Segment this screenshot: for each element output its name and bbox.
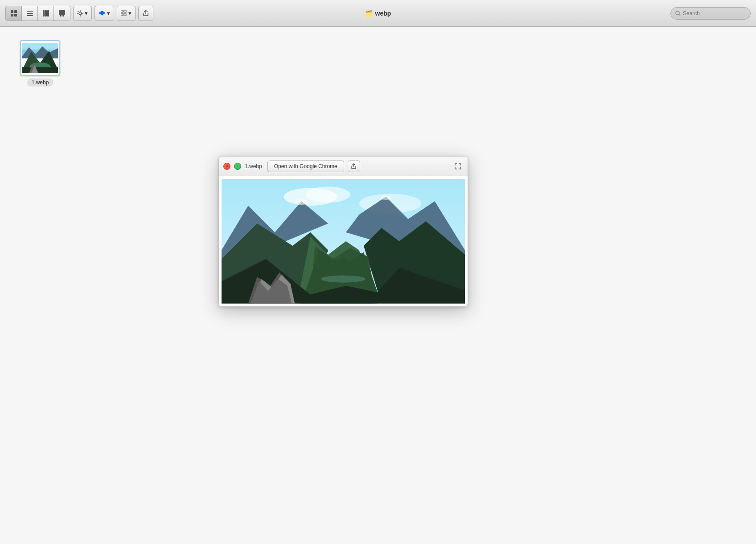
- svg-rect-23: [121, 10, 123, 12]
- svg-rect-25: [121, 13, 123, 16]
- thumbnail-image: [22, 43, 58, 73]
- share-toolbar-button[interactable]: [138, 6, 153, 21]
- svg-rect-35: [22, 67, 58, 73]
- search-icon: [675, 11, 681, 16]
- svg-rect-10: [59, 10, 65, 15]
- open-with-chrome-button[interactable]: Open with Google Chrome: [267, 161, 344, 172]
- svg-point-40: [306, 186, 350, 202]
- svg-rect-5: [27, 13, 33, 14]
- svg-rect-26: [124, 13, 126, 16]
- view-list-btn[interactable]: [22, 6, 38, 21]
- view-cover-btn[interactable]: [54, 6, 70, 21]
- expand-icon: +: [237, 164, 239, 168]
- list-icon: [26, 10, 33, 17]
- file-label: 1.webp: [27, 78, 53, 87]
- svg-point-27: [676, 11, 679, 15]
- share-icon: [351, 163, 357, 169]
- svg-rect-12: [62, 15, 64, 16]
- svg-rect-4: [27, 11, 33, 12]
- svg-rect-17: [82, 13, 83, 14]
- svg-point-55: [295, 199, 308, 205]
- search-input[interactable]: [683, 10, 745, 16]
- file-item[interactable]: 1.webp: [18, 40, 62, 87]
- svg-rect-16: [77, 13, 78, 14]
- svg-rect-18: [78, 11, 79, 12]
- svg-rect-0: [11, 10, 13, 13]
- landscape-svg: [222, 179, 465, 304]
- svg-line-28: [679, 14, 680, 16]
- preview-share-button[interactable]: [348, 161, 360, 172]
- svg-rect-30: [22, 43, 58, 49]
- fullscreen-icon: [455, 163, 461, 169]
- preview-image-container: [219, 176, 468, 306]
- arrange-chevron: ▾: [128, 10, 131, 16]
- svg-point-13: [79, 12, 82, 15]
- toolbar: 🗂️ webp: [0, 0, 756, 27]
- svg-rect-8: [45, 10, 47, 16]
- action-btn-chevron: ▾: [85, 10, 88, 16]
- svg-rect-24: [124, 10, 126, 12]
- svg-rect-7: [43, 10, 45, 16]
- preview-fullscreen-button[interactable]: [452, 161, 463, 172]
- view-icon-btn[interactable]: [6, 6, 22, 21]
- preview-toolbar: ✕ + 1.webp Open with Google Chrome: [219, 157, 468, 176]
- window-title: webp: [375, 10, 391, 17]
- gear-icon: [77, 10, 83, 16]
- grid-icon: [10, 10, 17, 17]
- svg-rect-14: [80, 10, 81, 12]
- svg-rect-6: [27, 15, 33, 16]
- svg-rect-1: [14, 10, 17, 13]
- svg-rect-11: [60, 15, 62, 16]
- preview-expand-button[interactable]: +: [234, 163, 241, 170]
- view-columns-btn[interactable]: [38, 6, 54, 21]
- file-thumbnail: [20, 40, 60, 76]
- cover-icon: [58, 10, 66, 17]
- preview-image: [222, 179, 465, 304]
- svg-rect-9: [47, 10, 49, 16]
- arrange-icon: [121, 10, 127, 16]
- view-btn-group: [5, 6, 70, 21]
- svg-point-56: [381, 195, 391, 200]
- preview-panel: ✕ + 1.webp Open with Google Chrome: [218, 156, 468, 307]
- svg-rect-3: [14, 14, 17, 16]
- arrange-button[interactable]: ▾: [117, 6, 136, 21]
- share-toolbar-icon: [142, 10, 149, 17]
- dropbox-icon: [99, 10, 106, 17]
- dropbox-button[interactable]: ▾: [94, 6, 114, 21]
- action-button[interactable]: ▾: [73, 6, 92, 21]
- svg-rect-15: [80, 15, 81, 16]
- svg-rect-2: [11, 14, 13, 16]
- content-area: 1.webp ✕ + 1.webp Open with Google Chrom…: [0, 27, 756, 544]
- svg-point-57: [321, 276, 366, 283]
- dropbox-chevron: ▾: [107, 10, 110, 16]
- columns-icon: [42, 10, 49, 17]
- folder-icon: 🗂️: [365, 10, 373, 17]
- preview-filename: 1.webp: [245, 163, 262, 169]
- preview-close-button[interactable]: ✕: [223, 163, 230, 170]
- close-icon: ✕: [226, 164, 229, 168]
- search-box[interactable]: [670, 7, 751, 20]
